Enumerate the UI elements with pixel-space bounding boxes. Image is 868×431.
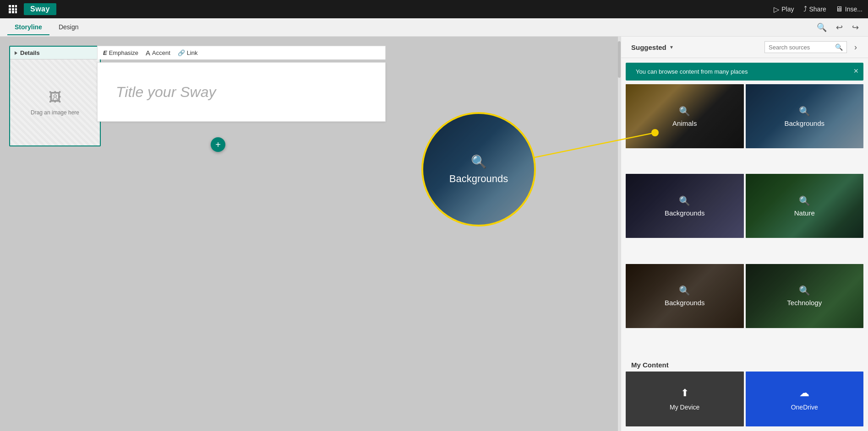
- tile-nature-search-icon: 🔍: [799, 195, 810, 206]
- tile-food-overlay: 🔍 Backgrounds: [626, 264, 744, 328]
- accent-btn[interactable]: A Accent: [146, 49, 170, 57]
- svg-rect-5: [15, 8, 17, 11]
- tooltip-close-button[interactable]: ✕: [853, 67, 859, 75]
- share-button[interactable]: ⤴ Share: [803, 5, 826, 13]
- tile-backgrounds-label: Backgrounds: [784, 119, 824, 127]
- play-icon: ▷: [774, 5, 779, 14]
- upload-icon: ⬆: [681, 387, 689, 399]
- tile-backgrounds-top[interactable]: 🔍 Backgrounds: [746, 84, 864, 148]
- tile-animals[interactable]: 🔍 Animals: [626, 84, 744, 148]
- tile-animals-overlay: 🔍 Animals: [626, 84, 744, 148]
- panel-expand-icon[interactable]: ›: [851, 43, 861, 52]
- topbar: Sway ▷ Play ⤴ Share 🖥 Inse...: [0, 0, 868, 18]
- tile-technology[interactable]: 🔍 Technology: [746, 264, 864, 328]
- search-box: 🔍: [764, 41, 847, 53]
- my-content-header: My Content: [621, 356, 868, 372]
- tile-tech-label: Technology: [787, 299, 822, 307]
- canvas-area: Details 🖼 Drag an image here E Emphasize…: [0, 37, 618, 431]
- image-placeholder-icon: 🖼: [49, 90, 61, 105]
- topbar-actions: ▷ Play ⤴ Share 🖥 Inse...: [774, 5, 863, 14]
- redo-button[interactable]: ↪: [850, 21, 861, 34]
- tile-nature-label: Nature: [794, 209, 815, 217]
- onedrive-label: OneDrive: [791, 404, 818, 411]
- card-toolbar: E Emphasize A Accent 🔗 Link: [97, 46, 386, 59]
- tile-animals-label: Animals: [672, 119, 697, 127]
- add-card-button[interactable]: +: [211, 137, 225, 152]
- main-layout: Details 🖼 Drag an image here E Emphasize…: [0, 37, 868, 431]
- card-image-area[interactable]: 🖼 Drag an image here: [10, 59, 100, 145]
- tile-backgrounds-search-icon: 🔍: [799, 106, 810, 117]
- my-device-label: My Device: [670, 404, 699, 411]
- svg-rect-6: [9, 11, 11, 13]
- tile-people-overlay: 🔍 Backgrounds: [626, 174, 744, 238]
- svg-rect-3: [9, 8, 11, 11]
- my-content-label: My Content: [631, 361, 669, 369]
- tooltip-banner: You can browse content from many places …: [626, 63, 863, 81]
- tab-storyline[interactable]: Storyline: [7, 20, 49, 35]
- title-placeholder: Title your Sway: [116, 84, 216, 101]
- tab-design[interactable]: Design: [51, 20, 86, 35]
- share-icon: ⤴: [803, 5, 807, 13]
- undo-button[interactable]: ↩: [834, 21, 845, 34]
- tile-people-search-icon: 🔍: [679, 195, 690, 206]
- expand-icon[interactable]: [15, 51, 17, 55]
- svg-rect-4: [12, 8, 14, 11]
- chevron-down-icon[interactable]: ▾: [670, 44, 673, 50]
- tile-tech-search-icon: 🔍: [799, 285, 810, 296]
- my-device-tile[interactable]: ⬆ My Device: [626, 372, 744, 426]
- tile-food[interactable]: 🔍 Backgrounds: [626, 264, 744, 328]
- tile-people[interactable]: 🔍 Backgrounds: [626, 174, 744, 238]
- svg-rect-0: [9, 5, 11, 7]
- onedrive-icon: ☁: [799, 387, 809, 399]
- card-header-label: Details: [20, 49, 40, 56]
- tile-food-search-icon: 🔍: [679, 285, 690, 296]
- svg-rect-8: [15, 11, 17, 13]
- tile-backgrounds-overlay: 🔍 Backgrounds: [746, 84, 864, 148]
- secondary-bar-right: 🔍 ↩ ↪: [815, 21, 861, 34]
- card-header: Details: [10, 47, 100, 59]
- search-input[interactable]: [769, 44, 832, 51]
- my-content-tiles: ⬆ My Device ☁ OneDrive: [621, 372, 868, 431]
- insert-button[interactable]: 🖥 Inse...: [835, 5, 863, 13]
- tooltip-text: You can browse content from many places: [636, 68, 748, 75]
- svg-rect-7: [12, 11, 14, 13]
- emphasize-icon: E: [103, 49, 107, 56]
- tile-food-label: Backgrounds: [665, 299, 705, 307]
- tile-animals-search-icon: 🔍: [679, 106, 690, 117]
- search-icon-top[interactable]: 🔍: [815, 21, 829, 34]
- details-card: Details 🖼 Drag an image here: [9, 46, 101, 146]
- monitor-icon: 🖥: [835, 5, 843, 13]
- svg-rect-1: [12, 5, 14, 7]
- search-submit-icon[interactable]: 🔍: [835, 43, 843, 51]
- right-panel: Suggested ▾ 🔍 › You can browse content f…: [621, 37, 868, 431]
- suggested-label: Suggested: [631, 43, 666, 51]
- secondary-bar: Storyline Design 🔍 ↩ ↪: [0, 18, 868, 37]
- card-image-text: Drag an image here: [31, 109, 79, 116]
- tile-nature-overlay: 🔍 Nature: [746, 174, 864, 238]
- tiles-grid: 🔍 Animals 🔍 Backgrounds 🔍 Backgrounds: [621, 81, 868, 356]
- app-logo[interactable]: Sway: [24, 3, 56, 15]
- tile-people-label: Backgrounds: [665, 209, 705, 217]
- title-card[interactable]: Title your Sway: [97, 62, 386, 122]
- accent-icon: A: [146, 49, 150, 57]
- tile-nature[interactable]: 🔍 Nature: [746, 174, 864, 238]
- play-button[interactable]: ▷ Play: [774, 5, 794, 14]
- tile-tech-overlay: 🔍 Technology: [746, 264, 864, 328]
- panel-header: Suggested ▾ 🔍 ›: [621, 37, 868, 58]
- emphasize-btn[interactable]: E Emphasize: [103, 49, 138, 56]
- onedrive-tile[interactable]: ☁ OneDrive: [746, 372, 864, 426]
- svg-rect-2: [15, 5, 17, 7]
- grid-icon[interactable]: [5, 2, 20, 16]
- link-btn[interactable]: 🔗 Link: [178, 49, 198, 56]
- link-icon: 🔗: [178, 49, 185, 56]
